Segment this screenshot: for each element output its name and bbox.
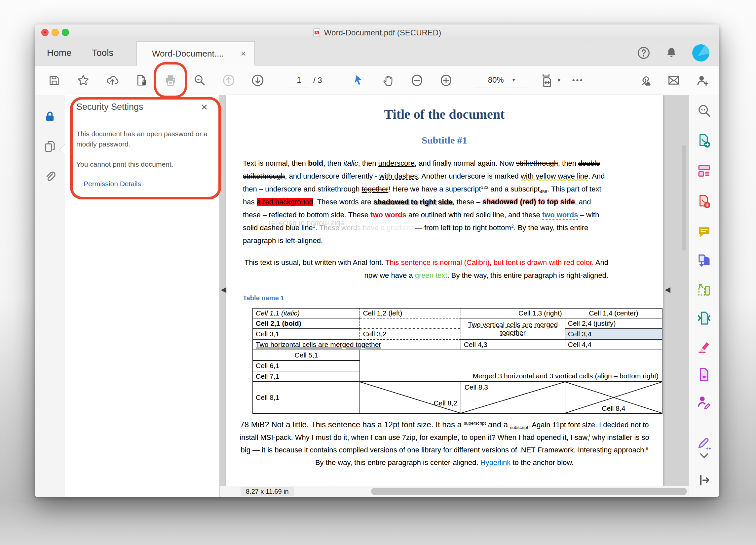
rail-divider [694,125,714,125]
tab-close-icon[interactable]: × [241,49,246,58]
export-pdf-button[interactable] [697,133,712,148]
fit-width-button[interactable]: ▾ [540,73,560,88]
pages-icon [43,140,57,153]
panel-close-icon[interactable]: × [201,101,208,112]
table-cell: Cell 5,1 [252,350,360,361]
document-page: Title of the document Subtitle #1 Text i… [226,95,663,486]
share-link-button[interactable] [637,72,653,88]
table-cell: Cell 1,2 (left) [360,308,461,319]
table-cell: Cell 8,1 [252,382,360,414]
table-cell [360,319,461,329]
search-tools-button[interactable] [697,103,712,118]
table-cell: Cell 1,3 (right) [461,308,565,319]
secured-document-button[interactable] [133,72,149,88]
lock-icon [43,110,57,123]
edit-pdf-icon [697,163,711,178]
nav-security-button[interactable] [43,109,57,124]
table-cell: Cell 3,2 [360,329,461,340]
table-cell: Cell 1,1 (italic) [252,308,360,319]
paragraph-2: This text is usual, but written with Ari… [243,256,608,282]
more-tools-button[interactable]: ••• [572,76,584,85]
tab-bar: Home Tools Word-Document.... × [35,41,719,65]
export-pdf-icon [697,134,711,148]
search-icon [193,74,206,87]
table-cell: Cell 1,4 (center) [565,308,662,319]
table-cell-highlighted: Cell 3,4 [565,329,662,340]
table-cell-diagonal-cross: Cell 8,4 [565,382,662,414]
document-lock-icon [135,74,148,87]
zoom-level-select[interactable]: 80% ▾ [475,72,528,88]
help-icon[interactable] [637,46,651,60]
redact-button[interactable] [697,338,712,354]
star-icon [77,74,90,87]
share-cloud-button[interactable] [104,72,120,88]
protect-pdf-button[interactable] [697,367,712,382]
header-right-icons [637,41,719,65]
panel-title: Security Settings [76,102,143,112]
edit-pdf-button[interactable] [697,163,712,178]
previous-page-button[interactable] [221,72,237,88]
select-tool-button[interactable] [351,72,367,88]
hand-icon [382,74,394,87]
send-email-button[interactable] [666,72,682,88]
envelope-icon [667,74,680,87]
left-navigation-rail [35,95,65,497]
titlebar: Word-Document.pdf (SECURED) [35,24,719,41]
toolbar: / 3 80% ▾ [35,65,719,95]
app-window: Word-Document.pdf (SECURED) Home Tools W… [35,24,719,497]
rail-divider [694,465,714,465]
combine-files-button[interactable] [697,253,712,268]
collapse-right-icon[interactable]: ◀ [665,286,670,294]
diagonal-line-icon [360,382,460,413]
page-up-icon [222,73,236,87]
link-icon [638,74,651,87]
table-cell-diagonal: Cell 8,3 [461,382,565,414]
collapse-left-icon[interactable]: ◀ [221,286,226,294]
zoom-out-icon [410,73,424,87]
open-tools-panel-button[interactable] [697,473,712,488]
next-page-button[interactable] [250,72,266,88]
notifications-bell-icon[interactable] [664,46,678,60]
hyperlink[interactable]: Hyperlink [480,458,511,467]
page-count-label: / 3 [313,76,322,85]
table-cell: Cell 4,4 [565,340,662,350]
compress-pdf-button[interactable] [697,311,712,326]
zoom-out-button[interactable] [409,72,425,88]
add-account-button[interactable] [695,72,711,88]
horizontal-scrollbar-thumb[interactable] [371,488,687,495]
user-avatar[interactable] [692,44,709,61]
table-cell: Cell 4,3 [461,340,565,350]
page-number-input[interactable] [289,72,309,88]
organize-pages-icon [697,283,711,297]
comment-button[interactable] [697,224,712,239]
organize-pages-button[interactable] [697,283,712,298]
table-caption: Table name 1 [243,294,663,302]
tab-document[interactable]: Word-Document.... × [136,41,255,65]
search-button[interactable] [192,72,208,88]
fit-width-icon [540,73,554,88]
hand-tool-button[interactable] [380,72,396,88]
save-button[interactable] [46,72,62,88]
favorites-button[interactable] [75,72,91,88]
nav-pages-button[interactable] [43,139,57,154]
table-cell-diagonal: Cell 8,2 [360,382,461,414]
more-tools-chevron-button[interactable] [697,451,712,461]
request-signatures-button[interactable] [697,394,712,409]
vertical-scrollbar-thumb[interactable] [682,145,686,251]
print-button[interactable] [163,72,178,88]
zoom-in-button[interactable] [438,72,454,88]
table-cell-merged-vertical: Two vertical cells are merged together [461,319,565,340]
permission-details-link[interactable]: Permission Details [84,180,141,188]
create-pdf-button[interactable] [697,194,712,209]
paragraph-3: 78 MiB? Not a little. This sentence has … [239,418,650,469]
zoom-in-icon [439,73,453,87]
chevron-down-icon [699,452,710,460]
nav-attachments-button[interactable] [43,170,57,184]
tab-tools[interactable]: Tools [92,41,113,65]
tab-home[interactable]: Home [47,41,72,65]
zoom-level-value: 80% [488,75,504,85]
table-cell: Cell 2,1 (bold) [252,319,360,329]
fill-sign-pen-icon [697,436,711,451]
right-tools-rail [689,95,719,497]
fill-sign-button[interactable] [697,436,712,451]
